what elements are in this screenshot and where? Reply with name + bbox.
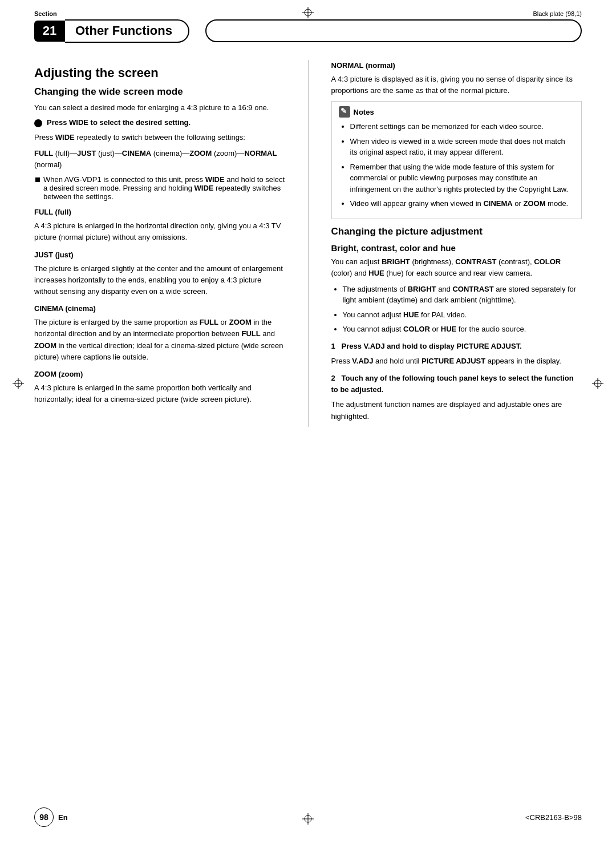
step1-heading: 1 Press V.ADJ and hold to display PICTUR… [331, 341, 582, 352]
bright-contrast-heading: Bright, contrast, color and hue [331, 243, 582, 253]
section-title: Other Functions [65, 19, 189, 43]
bright-bullet-1: The adjustments of BRIGHT and CONTRAST a… [343, 284, 582, 306]
left-column: Adjusting the screen Changing the wide s… [34, 60, 285, 427]
square-bullet-icon [35, 177, 40, 182]
left-crosshair-icon [11, 377, 25, 390]
wide-screen-heading: Changing the wide screen mode [34, 86, 285, 98]
notes-icon [339, 106, 350, 118]
picture-adjustment-heading: Changing the picture adjustment [331, 226, 582, 237]
full-label: FULL (full) [34, 207, 285, 218]
bottom-crosshair-icon [301, 812, 315, 826]
right-column: NORMAL (normal) A 4:3 picture is display… [331, 60, 582, 427]
circle-bullet-icon [34, 119, 42, 127]
just-body: The picture is enlarged slightly at the … [34, 263, 285, 297]
bullet1-body: Press WIDE repeatedly to switch between … [34, 132, 285, 143]
zoom-body: A 4:3 picture is enlarged in the same pr… [34, 382, 285, 405]
black-plate-label: Black plate (98,1) [533, 10, 582, 17]
zoom-label: ZOOM (zoom) [34, 369, 285, 380]
notes-box: Notes Different settings can be memorize… [331, 101, 582, 219]
note-item-2: When video is viewed in a wide screen mo… [350, 136, 575, 158]
notes-list: Different settings can be memorized for … [339, 121, 575, 209]
note-item-4: Video will appear grainy when viewed in … [350, 198, 575, 209]
bullet-press-wide: Press WIDE to select the desired setting… [34, 118, 285, 127]
bright-bullet-2: You cannot adjust HUE for PAL video. [343, 309, 582, 321]
section-banner: 21 Other Functions [34, 19, 582, 43]
normal-body: A 4:3 picture is displayed as it is, giv… [331, 74, 582, 96]
top-crosshair-icon [301, 6, 315, 19]
mode-line: FULL (full)—JUST (just)—CINEMA (cinema)—… [34, 148, 285, 171]
note-item-1: Different settings can be memorized for … [350, 121, 575, 132]
square-bullet-avgvdp1: When AVG-VDP1 is connected to this unit,… [34, 175, 285, 201]
main-content: Adjusting the screen Changing the wide s… [0, 43, 616, 444]
step2-heading: 2 Touch any of the following touch panel… [331, 373, 582, 395]
notes-header: Notes [339, 106, 575, 118]
full-body: A 4:3 picture is enlarged in the horizon… [34, 220, 285, 243]
bright-bullets: The adjustments of BRIGHT and CONTRAST a… [331, 284, 582, 335]
bright-bullet-3: You cannot adjust COLOR or HUE for the a… [343, 324, 582, 335]
normal-label: NORMAL (normal) [331, 60, 582, 71]
page-header: Section Black plate (98,1) [0, 0, 616, 17]
just-label: JUST (just) [34, 249, 285, 261]
page-lang: En [58, 813, 68, 822]
notes-label: Notes [354, 108, 374, 116]
step2-body: The adjustment function names are displa… [331, 399, 582, 422]
note-item-3: Remember that using the wide mode featur… [350, 161, 575, 195]
square-bullet-text: When AVG-VDP1 is connected to this unit,… [43, 175, 285, 201]
footer-left: 98 En [34, 807, 68, 827]
column-divider [308, 60, 309, 427]
section-number: 21 [34, 21, 65, 42]
section-label: Section [34, 10, 57, 17]
intro-text: You can select a desired mode for enlarg… [34, 102, 285, 114]
page-footer: 98 En <CRB2163-B>98 [0, 802, 616, 833]
section-right-oval [205, 19, 582, 42]
footer-code: <CRB2163-B>98 [525, 813, 582, 822]
step1-body: Press V.ADJ and hold until PICTURE ADJUS… [331, 356, 582, 367]
page-number: 98 [34, 807, 54, 827]
cinema-body: The picture is enlarged by the same prop… [34, 317, 285, 363]
main-heading: Adjusting the screen [34, 66, 285, 80]
right-crosshair-icon [591, 377, 605, 390]
cinema-label: CINEMA (cinema) [34, 303, 285, 314]
bright-intro: You can adjust BRIGHT (brightness), CONT… [331, 256, 582, 279]
bullet1-heading: Press WIDE to select the desired setting… [47, 118, 191, 127]
